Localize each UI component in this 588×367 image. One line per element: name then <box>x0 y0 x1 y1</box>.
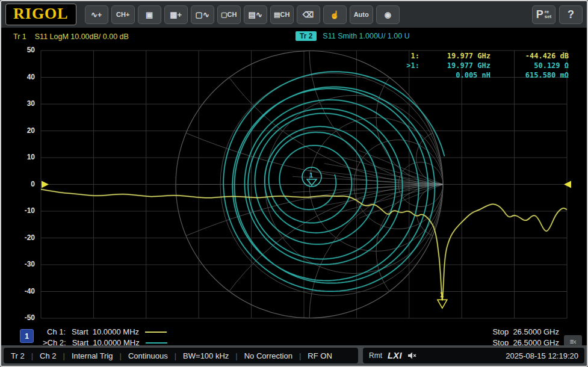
trace2-color-swatch <box>146 342 167 344</box>
channel1-label: Ch 1: <box>47 327 66 336</box>
preset-button[interactable]: P re set <box>532 5 556 24</box>
mute-icon[interactable] <box>407 351 417 360</box>
status-bar: Tr 2|Ch 2|Internal Trig|Continuous|BW=10… <box>1 345 587 366</box>
channel-save-icon: ▤CH <box>274 11 289 19</box>
y-tick-label: -30 <box>1 260 35 268</box>
trace-save-button[interactable]: ▤∿ <box>244 5 267 24</box>
marker-readout-freq: 0.005 nH <box>419 71 491 79</box>
y-tick-label: -40 <box>1 287 35 295</box>
toolbar: RIGOL ∿+CH+▣▦+▢∿▢CH▤∿▤CH⌫☝Auto◉ P re set… <box>1 1 587 28</box>
y-tick-label: 50 <box>1 46 35 54</box>
marker-readout-freq: 19.977 GHz <box>419 61 491 70</box>
status-items: Tr 2|Ch 2|Internal Trig|Continuous|BW=10… <box>4 348 358 363</box>
trace-window-button[interactable]: ▢∿ <box>191 5 214 24</box>
status-separator: | <box>235 351 237 360</box>
trace1-settings[interactable]: S11 LogM 10.00dB/ 0.00 dB <box>35 32 129 41</box>
marker1-trace1[interactable]: 1 <box>438 291 447 308</box>
add-channel-icon: CH+ <box>116 11 129 18</box>
status-separator: | <box>120 351 122 360</box>
window-layout-icon: ▣ <box>146 10 153 19</box>
add-trace-button[interactable]: ∿+ <box>85 5 108 24</box>
y-tick-label: 20 <box>1 126 35 135</box>
status-item[interactable]: No Correction <box>244 351 292 360</box>
trace-window-icon: ▢∿ <box>196 10 209 19</box>
channel-window-button[interactable]: ▢CH <box>217 5 241 24</box>
window-layout-button[interactable]: ▣ <box>138 5 161 24</box>
status-item[interactable]: Internal Trig <box>72 351 113 360</box>
trace-save-icon: ▤∿ <box>249 10 262 19</box>
channel1-start: Start 10.0000 MHz <box>72 327 139 336</box>
svg-text:1: 1 <box>309 171 314 179</box>
channel-save-button[interactable]: ▤CH <box>270 5 294 24</box>
datetime: 2025-08-15 12:19:20 <box>506 351 578 360</box>
auto-scale-button[interactable]: Auto <box>350 5 373 24</box>
vna-screen: RIGOL ∿+CH+▣▦+▢∿▢CH▤∿▤CH⌫☝Auto◉ P re set… <box>0 0 588 367</box>
meas-table-icon: ▦+ <box>170 10 182 19</box>
help-button[interactable]: ? <box>559 5 583 24</box>
channel1-info[interactable]: Ch 1: Start 10.0000 MHz <box>47 327 167 336</box>
delete-icon: ⌫ <box>303 10 314 19</box>
channel-window-icon: ▢CH <box>221 11 237 19</box>
trace2-info[interactable]: Tr 2 S11 Smith 1.000U/ 1.00 U <box>296 31 410 41</box>
delete-button[interactable]: ⌫ <box>297 5 320 24</box>
rigol-logo-box: RIGOL <box>5 4 76 25</box>
marker-readout-freq: 19.977 GHz <box>419 52 491 60</box>
y-axis-labels: 50403020100-10-20-30-40-50 <box>1 1 35 367</box>
y-tick-label: -50 <box>1 313 35 322</box>
marker-readout-id: 1: <box>401 52 419 60</box>
marker-readout-value: -44.426 dB <box>491 52 569 60</box>
trace1-label[interactable]: Tr 1 <box>13 32 26 41</box>
status-item[interactable]: BW=100 kHz <box>183 351 229 360</box>
auto-scale-icon: Auto <box>354 11 369 18</box>
status-separator: | <box>299 351 301 360</box>
meas-table-button[interactable]: ▦+ <box>164 5 188 24</box>
trace2-label[interactable]: Tr 2 <box>296 31 317 41</box>
add-channel-button[interactable]: CH+ <box>111 5 135 24</box>
y-tick-label: -20 <box>1 233 35 242</box>
touch-icon: ☝ <box>330 10 339 19</box>
trace1-info[interactable]: Tr 1 S11 LogM 10.00dB/ 0.00 dB <box>13 32 129 41</box>
svg-text:1: 1 <box>440 291 444 299</box>
y-tick-label: 30 <box>1 99 35 108</box>
status-item[interactable]: Ch 2 <box>40 351 56 360</box>
status-separator: | <box>175 351 176 360</box>
ref-level-marker-left[interactable] <box>42 181 49 188</box>
status-item[interactable]: RF ON <box>308 351 332 360</box>
channel1-stop: Stop 26.5000 GHz <box>492 327 559 336</box>
toolbar-buttons: ∿+CH+▣▦+▢∿▢CH▤∿▤CH⌫☝Auto◉ <box>85 5 400 24</box>
y-tick-label: -10 <box>1 206 35 215</box>
ref-level-marker-right[interactable] <box>564 181 571 188</box>
preset-icon: P <box>536 8 543 21</box>
screenshot-icon: ◉ <box>385 10 391 19</box>
lxi-logo: LXI <box>388 351 402 360</box>
system-status: Rmt LXI 2025-08-15 12:19:20 <box>363 348 584 363</box>
status-item[interactable]: Continuous <box>128 351 168 360</box>
y-tick-label: 10 <box>1 153 35 161</box>
marker-readout-id <box>401 71 419 79</box>
channel-badge[interactable]: 1 <box>20 329 34 343</box>
marker-readout-id: >1: <box>401 61 419 70</box>
trace1-color-swatch <box>145 332 167 333</box>
add-trace-icon: ∿+ <box>91 10 102 19</box>
preset-label-set: set <box>545 14 552 19</box>
status-item[interactable]: Tr 2 <box>11 351 25 360</box>
trace2-settings[interactable]: S11 Smith 1.000U/ 1.00 U <box>323 32 409 40</box>
remote-indicator: Rmt <box>369 351 382 360</box>
marker-readout-value: 50.129 Ω <box>491 61 569 70</box>
touch-button[interactable]: ☝ <box>323 5 347 24</box>
status-separator: | <box>31 351 33 360</box>
screenshot-button[interactable]: ◉ <box>376 5 400 24</box>
status-separator: | <box>63 351 65 360</box>
marker-readout-value: 615.580 mΩ <box>491 71 569 79</box>
y-tick-label: 0 <box>1 180 35 188</box>
y-tick-label: 40 <box>1 73 35 81</box>
marker-readout: 1:19.977 GHz-44.426 dB>1:19.977 GHz50.12… <box>401 52 569 79</box>
rigol-logo: RIGOL <box>13 5 69 22</box>
marker1-trace2[interactable]: 1 <box>302 167 321 187</box>
